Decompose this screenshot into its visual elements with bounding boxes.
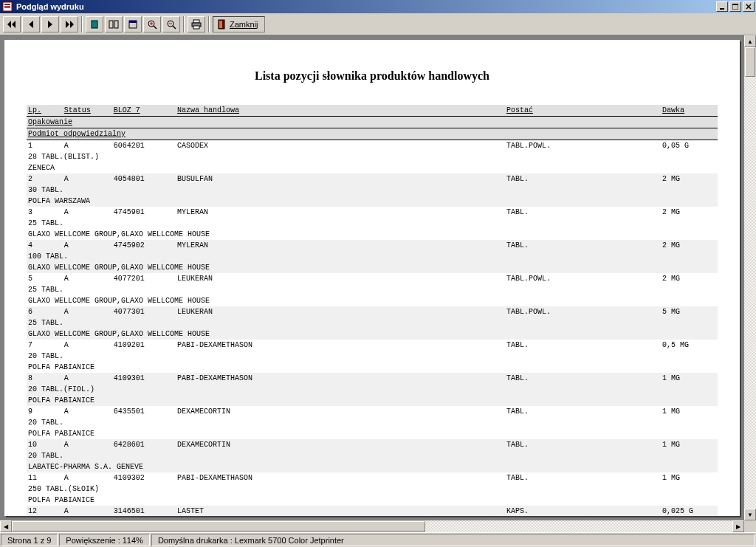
page-preview: Lista pozycji słownika produktów handlow… bbox=[4, 40, 740, 516]
status-zoom: Powiększenie : 114% bbox=[59, 534, 150, 546]
last-page-button[interactable] bbox=[61, 16, 78, 32]
table-subheader-podmiot: Podmiot odpowiedzialny bbox=[27, 128, 718, 140]
status-page: Strona 1 z 9 bbox=[1, 534, 58, 546]
table-row-opak: 25 TABL. bbox=[27, 284, 718, 295]
table-row-podmiot: POLFA PABIANICE bbox=[27, 428, 718, 439]
next-page-button[interactable] bbox=[41, 16, 59, 32]
svg-line-15 bbox=[154, 26, 157, 29]
table-row-podmiot: POLFA PABIANICE bbox=[27, 395, 718, 406]
scroll-corner bbox=[744, 520, 756, 532]
svg-line-19 bbox=[173, 26, 176, 29]
table-row: 3A4745901MYLERANTABL.2 MG bbox=[27, 207, 718, 218]
table-row-podmiot: POLFA WARSZAWA bbox=[27, 196, 718, 207]
table-row-opak: 30 TABL. bbox=[27, 185, 718, 196]
table-row-opak: 28 TABL.(BLIST.) bbox=[27, 151, 718, 162]
preview-area: Lista pozycji słownika produktów handlow… bbox=[0, 35, 756, 532]
status-printer: Domyślna drukarka : Lexmark 5700 Color J… bbox=[151, 534, 755, 546]
horizontal-scrollbar[interactable]: ◀ ▶ bbox=[0, 520, 744, 532]
single-page-button[interactable] bbox=[86, 16, 103, 32]
title-bar: Podgląd wydruku bbox=[0, 0, 756, 13]
table-header-row: Lp. Status BLOZ 7 Nazwa handlowa Postać … bbox=[27, 105, 718, 117]
table-row-podmiot: GLAXO WELLCOME GROUP,GLAXO WELLCOME HOUS… bbox=[27, 295, 718, 306]
table-row-podmiot: ZENECA bbox=[27, 162, 718, 173]
table-row: 5A4077201LEUKERANTABL.POWL.2 MG bbox=[27, 273, 718, 284]
table-row: 4A4745902MYLERANTABL.2 MG bbox=[27, 240, 718, 251]
svg-rect-3 bbox=[4, 7, 10, 8]
table-row-opak: 20 TABL.(FIOL.) bbox=[27, 384, 718, 395]
table-row-opak: 20 TABL. bbox=[27, 351, 718, 362]
svg-rect-10 bbox=[109, 21, 113, 28]
close-preview-label: Zamknij bbox=[230, 20, 258, 29]
svg-rect-6 bbox=[732, 4, 738, 5]
toolbar: Zamknij bbox=[0, 13, 756, 35]
col-postac: Postać bbox=[505, 105, 661, 117]
svg-rect-1 bbox=[4, 4, 10, 5]
svg-rect-25 bbox=[219, 21, 222, 28]
table-row-podmiot: LABATEC-PHARMA S.A. GENEVE bbox=[27, 461, 718, 472]
table-row: 12A3146501LASTETKAPS.0,025 G bbox=[27, 506, 718, 516]
table-subheader-opak: Opakowanie bbox=[27, 117, 718, 128]
first-page-button[interactable] bbox=[3, 16, 21, 32]
svg-rect-9 bbox=[92, 21, 97, 28]
svg-rect-21 bbox=[193, 20, 199, 23]
prev-page-button[interactable] bbox=[22, 16, 40, 32]
table-row-podmiot: POLFA PABIANICE bbox=[27, 362, 718, 373]
table-row: 11A4109302PABI-DEXAMETHASONTABL.1 MG bbox=[27, 472, 718, 484]
table-row: 2A4054801BUSULFANTABL.2 MG bbox=[27, 173, 718, 185]
table-row-opak: 25 TABL. bbox=[27, 317, 718, 328]
svg-rect-2 bbox=[4, 6, 10, 7]
minimize-button[interactable] bbox=[716, 1, 728, 12]
toolbar-separator bbox=[208, 16, 210, 32]
report-table: Lp. Status BLOZ 7 Nazwa handlowa Postać … bbox=[27, 105, 718, 516]
table-row: 9A6435501DEXAMECORTINTABL.1 MG bbox=[27, 406, 718, 417]
maximize-button[interactable] bbox=[729, 1, 741, 12]
col-nazwa: Nazwa handlowa bbox=[176, 105, 505, 117]
status-bar: Strona 1 z 9 Powiększenie : 114% Domyśln… bbox=[0, 532, 756, 547]
table-row: 10A6428601DEXAMECORTINTABL.1 MG bbox=[27, 439, 718, 450]
window-title: Podgląd wydruku bbox=[16, 2, 84, 11]
multi-page-button[interactable] bbox=[105, 16, 123, 32]
svg-rect-13 bbox=[129, 21, 137, 23]
toolbar-separator bbox=[183, 16, 185, 32]
table-row: 1A6064201CASODEXTABL.POWL.0,05 G bbox=[27, 140, 718, 152]
horizontal-scroll-track[interactable] bbox=[425, 520, 732, 532]
col-dawka: Dawka bbox=[661, 105, 718, 117]
col-lp: Lp. bbox=[27, 105, 63, 117]
table-row: 7A4109201PABI-DEXAMETHASONTABL.0,5 MG bbox=[27, 340, 718, 351]
app-icon bbox=[1, 1, 13, 13]
col-status: Status bbox=[63, 105, 112, 117]
scroll-right-button[interactable]: ▶ bbox=[732, 520, 744, 532]
vertical-scroll-track[interactable] bbox=[744, 77, 756, 509]
vertical-scrollbar[interactable]: ▲ ▼ bbox=[744, 35, 756, 520]
close-window-button[interactable] bbox=[743, 1, 755, 12]
table-row: 8A4109301PABI-DEXAMETHASONTABL.1 MG bbox=[27, 373, 718, 384]
vertical-scroll-thumb[interactable] bbox=[745, 47, 755, 77]
report-title: Lista pozycji słownika produktów handlow… bbox=[27, 69, 718, 83]
close-preview-button[interactable]: Zamknij bbox=[213, 16, 265, 32]
horizontal-scroll-thumb[interactable] bbox=[12, 521, 425, 531]
table-row-opak: 20 TABL. bbox=[27, 450, 718, 461]
col-bloz: BLOZ 7 bbox=[112, 105, 176, 117]
table-row-opak: 20 TABL. bbox=[27, 417, 718, 428]
toolbar-separator bbox=[81, 16, 83, 32]
table-row: 6A4077301LEUKERANTABL.POWL.5 MG bbox=[27, 306, 718, 317]
scroll-down-button[interactable]: ▼ bbox=[744, 509, 756, 520]
table-row-podmiot: GLAXO WELLCOME GROUP,GLAXO WELLCOME HOUS… bbox=[27, 328, 718, 340]
zoom-out-button[interactable] bbox=[162, 16, 180, 32]
scroll-up-button[interactable]: ▲ bbox=[744, 35, 756, 47]
print-button[interactable] bbox=[188, 16, 205, 32]
table-row-podmiot: GLAXO WELLCOME GROUP,GLAXO WELLCOME HOUS… bbox=[27, 229, 718, 240]
table-row-opak: 100 TABL. bbox=[27, 251, 718, 262]
door-icon bbox=[216, 19, 227, 30]
svg-rect-11 bbox=[114, 21, 118, 28]
svg-rect-23 bbox=[193, 26, 199, 29]
table-row-podmiot: GLAXO WELLCOME GROUP,GLAXO WELLCOME HOUS… bbox=[27, 262, 718, 273]
fit-page-button[interactable] bbox=[124, 16, 142, 32]
table-row-opak: 25 TABL. bbox=[27, 218, 718, 229]
zoom-in-button[interactable] bbox=[143, 16, 161, 32]
table-row-podmiot: POLFA PABIANICE bbox=[27, 495, 718, 506]
table-row-opak: 250 TABL.(SŁOIK) bbox=[27, 484, 718, 495]
scroll-left-button[interactable]: ◀ bbox=[0, 520, 12, 532]
svg-rect-4 bbox=[720, 8, 724, 10]
